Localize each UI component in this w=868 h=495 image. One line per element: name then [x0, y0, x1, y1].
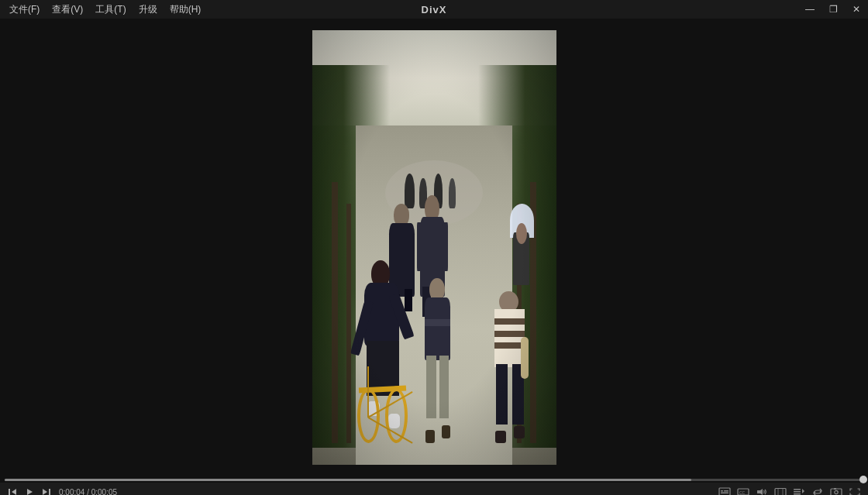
- volume-button[interactable]: [753, 484, 770, 495]
- screenshot-button[interactable]: [828, 484, 845, 495]
- menu-help[interactable]: 帮助(H): [164, 0, 208, 19]
- loop-button[interactable]: [809, 484, 826, 495]
- captions-button[interactable]: [716, 484, 733, 495]
- svg-rect-12: [775, 489, 786, 496]
- menu-bar: 文件(F) 查看(V) 工具(T) 升级 帮助(H): [0, 0, 207, 19]
- svg-marker-0: [12, 489, 16, 495]
- next-button[interactable]: [39, 484, 54, 495]
- svg-marker-11: [757, 489, 763, 495]
- control-bar: 0:00:04 / 0:00:05 CC: [0, 483, 868, 495]
- menu-tools[interactable]: 工具(T): [89, 0, 132, 19]
- svg-rect-6: [721, 490, 723, 492]
- time-display: 0:00:04 / 0:00:05: [56, 488, 120, 496]
- menu-upgrade[interactable]: 升级: [133, 0, 164, 19]
- play-button[interactable]: [22, 484, 37, 495]
- svg-marker-3: [43, 489, 47, 495]
- svg-point-18: [835, 490, 838, 493]
- svg-rect-8: [721, 493, 728, 494]
- svg-rect-15: [794, 493, 801, 495]
- close-button[interactable]: ✕: [845, 0, 868, 19]
- aspect-ratio-button[interactable]: [772, 484, 789, 495]
- menu-view[interactable]: 查看(V): [46, 0, 89, 19]
- progress-filled: [5, 479, 691, 481]
- fullscreen-button[interactable]: [846, 484, 863, 495]
- progress-thumb[interactable]: [859, 476, 867, 483]
- svg-rect-13: [794, 489, 801, 490]
- svg-rect-7: [724, 490, 728, 492]
- svg-marker-2: [27, 489, 33, 495]
- minimize-button[interactable]: —: [798, 0, 822, 19]
- svg-marker-16: [802, 489, 804, 493]
- svg-rect-14: [794, 491, 801, 493]
- app-title: DivX: [422, 4, 447, 15]
- prev-button[interactable]: [5, 484, 20, 495]
- restore-button[interactable]: ❐: [822, 0, 845, 19]
- video-frame: [312, 30, 556, 465]
- main-area: [0, 19, 868, 476]
- progress-area[interactable]: [0, 476, 868, 483]
- title-bar: 文件(F) 查看(V) 工具(T) 升级 帮助(H) DivX — ❐ ✕: [0, 0, 868, 19]
- video-scene: [312, 30, 556, 465]
- svg-text:CC: CC: [739, 490, 746, 495]
- window-controls: — ❐ ✕: [798, 0, 868, 19]
- svg-rect-1: [9, 489, 10, 495]
- svg-rect-4: [49, 489, 50, 495]
- subtitles-button[interactable]: CC: [735, 484, 752, 495]
- svg-rect-19: [834, 488, 836, 490]
- menu-file[interactable]: 文件(F): [3, 0, 46, 19]
- playlist-button[interactable]: [790, 484, 808, 495]
- progress-track[interactable]: [5, 479, 863, 481]
